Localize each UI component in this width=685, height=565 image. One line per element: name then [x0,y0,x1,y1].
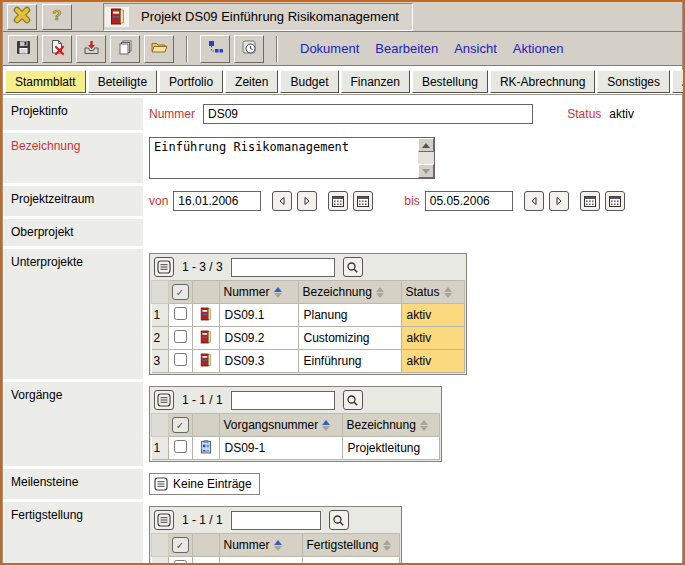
percent-icon[interactable]: % [192,557,219,565]
delete-button[interactable] [42,35,72,63]
next-icon [302,196,312,206]
bis-prev-day-button[interactable] [524,191,544,211]
project-icon[interactable] [192,350,219,373]
tab-alle[interactable]: Alle [672,70,685,93]
scroll-down-button[interactable] [418,164,434,178]
import-button[interactable] [76,35,106,63]
fertigstellung-listbox: 1 - 1 / 1 ✓ [149,506,402,565]
calendar-icon [609,196,621,207]
fertigstellung-search-input[interactable] [231,511,321,530]
history-button[interactable] [234,35,264,63]
bis-label: bis [404,194,419,208]
sort-icon [274,287,282,298]
cell-nummer: DS09.3 [219,350,298,373]
sort-icon [322,420,330,431]
tab-zeiten[interactable]: Zeiten [225,70,278,93]
row-index: 1 [152,437,169,460]
vorgaenge-search-input[interactable] [231,391,335,410]
bezeichnung-textarea[interactable]: Einführung Risikomanagement [150,138,418,178]
hierarchy-button[interactable] [200,35,230,63]
save-icon [15,39,32,59]
header-select-all: ✓ [168,414,192,437]
col-nummer[interactable]: Nummer [219,534,302,557]
calendar-icon [357,196,369,207]
project-icon[interactable] [192,327,219,350]
vorgaenge-listbox: 1 - 1 / 1 ✓ [149,386,442,462]
row-checkbox[interactable] [174,307,187,320]
von-calendar-alt-button[interactable] [353,191,373,211]
bis-calendar-button[interactable] [580,191,600,211]
sort-icon [420,420,428,431]
menu-aktionen[interactable]: Aktionen [513,41,564,56]
menu-dokument[interactable]: Dokument [300,41,359,56]
nummer-label: Nummer [149,107,195,121]
cell-status: aktiv [401,304,464,327]
task-icon[interactable] [192,437,219,460]
save-button[interactable] [8,35,38,63]
arrow-up-icon [422,143,430,148]
von-calendar-button[interactable] [328,191,348,211]
col-nummer[interactable]: Nummer [219,281,298,304]
vorgaenge-search-button[interactable] [343,390,363,410]
tab-bestellung[interactable]: Bestellung [412,70,488,93]
unterprojekte-search-button[interactable] [343,257,363,277]
tab-stammblatt[interactable]: Stammblatt [5,70,86,93]
row-checkbox[interactable] [174,330,187,343]
tab-budget[interactable]: Budget [280,70,338,93]
von-date-input[interactable] [173,191,261,211]
col-bezeichnung[interactable]: Bezeichnung [342,414,439,437]
row-label-projektzeitraum: Projektzeitraum [3,186,143,216]
toolbar: Dokument Bearbeiten Ansicht Aktionen [3,32,682,66]
tab-beteiligte[interactable]: Beteiligte [88,70,157,93]
vorgaenge-list-menu-button[interactable] [154,390,174,410]
open-folder-icon [150,39,168,59]
tabbar: Stammblatt Beteiligte Portfolio Zeiten B… [3,66,682,95]
row-checkbox[interactable] [174,560,187,565]
row-label-fertigstellung: Fertigstellung [3,502,143,565]
menu-bearbeiten[interactable]: Bearbeiten [375,41,438,56]
fertigstellung-table: ✓ Nummer Fertigstellung [151,533,400,565]
fertigstellung-list-menu-button[interactable] [154,510,174,530]
list-menu-icon [157,513,171,527]
fertigstellung-search-button[interactable] [329,510,349,530]
tab-sonstiges[interactable]: Sonstiges [597,70,670,93]
row-label-bezeichnung: Bezeichnung [3,133,143,183]
row-label-oberprojekt: Oberprojekt [3,219,143,246]
bis-calendar-alt-button[interactable] [605,191,625,211]
col-fertigstellung[interactable]: Fertigstellung [302,534,399,557]
table-row: 1 DS09.1 Planung aktiv [152,304,465,327]
list-menu-icon[interactable] [154,477,168,491]
row-checkbox[interactable] [174,353,187,366]
von-prev-day-button[interactable] [272,191,292,211]
row-checkbox[interactable] [174,440,187,453]
nummer-input[interactable] [203,104,533,124]
von-next-day-button[interactable] [297,191,317,211]
copy-button[interactable] [110,35,140,63]
tab-finanzen[interactable]: Finanzen [341,70,410,93]
help-button[interactable]: ? [42,4,72,30]
col-status[interactable]: Status [401,281,464,304]
unterprojekte-search-input[interactable] [231,258,335,277]
select-all-icon[interactable]: ✓ [172,417,189,433]
row-index: 3 [152,350,169,373]
scroll-up-button[interactable] [418,138,434,152]
bis-date-input[interactable] [425,191,513,211]
col-vorgangsnummer[interactable]: Vorgangsnummer [219,414,342,437]
bis-next-day-button[interactable] [549,191,569,211]
table-row: 3 DS09.3 Einführung aktiv [152,350,465,373]
row-label-meilensteine: Meilensteine [3,469,143,499]
app-window: ? Projekt DS09 Einführung Risikomanageme… [0,0,685,565]
menu-ansicht[interactable]: Ansicht [454,41,497,56]
open-folder-button[interactable] [144,35,174,63]
project-icon[interactable] [192,304,219,327]
oberprojekt-empty-field [143,219,682,246]
close-button[interactable] [7,4,37,30]
select-all-icon[interactable]: ✓ [172,537,189,553]
header-select-all: ✓ [168,534,192,557]
unterprojekte-list-menu-button[interactable] [154,257,174,277]
select-all-icon[interactable]: ✓ [172,284,189,300]
tab-rk-abrechnung[interactable]: RK-Abrechnung [490,70,595,93]
table-row: 1 % DS09-A 75,00 [152,557,400,565]
col-bezeichnung[interactable]: Bezeichnung [298,281,401,304]
tab-portfolio[interactable]: Portfolio [159,70,223,93]
